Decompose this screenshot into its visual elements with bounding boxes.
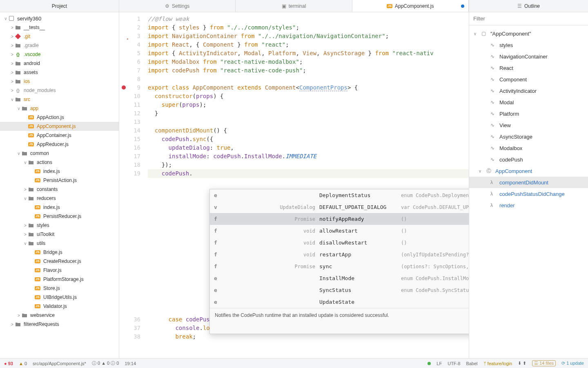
completion-item[interactable]: fvoiddisallowRestart() — [210, 237, 469, 249]
tree-item[interactable]: >.git — [0, 32, 119, 41]
completion-item[interactable]: fvoidallowRestart() — [210, 225, 469, 237]
tree-item[interactable]: >.gradle — [0, 41, 119, 50]
tree-item[interactable]: JSPersistReducer.js — [0, 212, 119, 221]
error-count[interactable]: ● 93 — [4, 361, 13, 366]
outline-symbol[interactable]: ∿Modal — [469, 96, 588, 108]
line-ending[interactable]: LF — [437, 361, 442, 366]
tree-item[interactable]: vreducers — [0, 194, 119, 203]
outline-sidebar: v▢"AppComponent"∿styles∿NavigationContai… — [469, 12, 588, 358]
status-bar: ● 93 ▲ 0 src/app/AppComponent.js* ⓘ 0 ▲ … — [0, 358, 588, 368]
update-count[interactable]: ⟳ 1 update — [561, 361, 584, 366]
tree-item[interactable]: >styles — [0, 221, 119, 230]
outline-method[interactable]: λrender — [469, 200, 588, 211]
outline-tab-label: Outline — [524, 3, 540, 9]
tree-item[interactable]: vcommon — [0, 149, 119, 158]
outline-filter-input[interactable] — [469, 12, 588, 25]
tab-appcomponent[interactable]: JS AppComponent.js — [352, 0, 469, 12]
line-number-gutter: 123▸45678910111213141516171819363738 — [119, 12, 148, 358]
tree-item[interactable]: vutils — [0, 239, 119, 248]
terminal-icon: ▣ — [282, 3, 286, 9]
warning-count[interactable]: ▲ 0 — [19, 361, 27, 366]
completion-item[interactable]: eInstallModeenum CodePush.InstallMode — [210, 272, 469, 284]
tree-item[interactable]: vsrc — [0, 95, 119, 104]
tree-item[interactable]: >uiToolkit — [0, 230, 119, 239]
language-mode[interactable]: Babel — [466, 361, 477, 366]
encoding[interactable]: UTF-8 — [448, 361, 460, 366]
outline-symbol[interactable]: ∿AsyncStorage — [469, 131, 588, 142]
tab-label: AppComponent.js — [395, 3, 434, 9]
tree-item[interactable]: JSindex.js — [0, 203, 119, 212]
completion-item[interactable]: vUpdateDialogDEFAULT_UPDATE_DIALOGvar Co… — [210, 201, 469, 213]
outline-symbol[interactable]: ∿codePush — [469, 154, 588, 165]
tab-terminal[interactable]: ▣ terminal — [236, 0, 352, 12]
git-sync-icon[interactable]: ⬇ ⬆ — [518, 361, 526, 366]
editor-area[interactable]: 123▸45678910111213141516171819363738 //@… — [119, 12, 469, 358]
tree-item[interactable]: JSindex.js — [0, 167, 119, 176]
outline-symbol[interactable]: ∿ActivityIndicator — [469, 85, 588, 96]
files-count[interactable]: ☰ 14 files — [532, 360, 556, 366]
status-dot-icon — [428, 362, 431, 365]
tab-label: terminal — [289, 3, 306, 9]
outline-method[interactable]: λcomponentDidMount — [469, 177, 588, 188]
tree-item[interactable]: vactions — [0, 158, 119, 167]
autocomplete-popup[interactable]: eDeploymentStatusenum CodePush.Deploymen… — [209, 189, 469, 334]
outline-class[interactable]: vⒸAppComponent — [469, 165, 588, 177]
tree-item[interactable]: >android — [0, 59, 119, 68]
tab-settings[interactable]: ⚙ Settings — [119, 0, 236, 12]
outline-symbol[interactable]: ∿View — [469, 119, 588, 131]
tree-item[interactable]: >{}node_modules — [0, 86, 119, 95]
project-panel-tab[interactable]: Project — [0, 0, 119, 12]
tree-item[interactable]: JSValidator.js — [0, 302, 119, 311]
tree-item[interactable]: JSFlavor.js — [0, 266, 119, 275]
outline-icon: ☰ — [517, 3, 522, 9]
issues-summary[interactable]: ⓘ 0 ▲ 0 ⓘ 0 — [92, 360, 119, 366]
outline-method[interactable]: λcodePushStatusDidChange — [469, 188, 588, 200]
completion-item[interactable]: eSyncStatusenum CodePush.SyncStatus — [210, 284, 469, 296]
tree-item[interactable]: >{}.vscode — [0, 50, 119, 59]
tree-item[interactable]: >__tests__ — [0, 23, 119, 32]
tree-item[interactable]: >ios — [0, 77, 119, 86]
tree-item[interactable]: JSPersistAction.js — [0, 176, 119, 185]
outline-symbol[interactable]: ∿styles — [469, 39, 588, 51]
project-root[interactable]: vservify360 — [0, 14, 119, 23]
outline-symbol[interactable]: ∿Platform — [469, 108, 588, 119]
tree-item[interactable]: JSAppReducer.js — [0, 140, 119, 149]
tree-item[interactable]: JSBridge.js — [0, 248, 119, 257]
tree-item[interactable]: >assets — [0, 68, 119, 77]
outline-panel-tab[interactable]: ☰ Outline — [469, 0, 588, 12]
completion-item[interactable]: fPromisenotifyAppReady() — [210, 213, 469, 225]
tree-item[interactable]: >constants — [0, 185, 119, 194]
tree-item[interactable]: JSPlatformStorage.js — [0, 275, 119, 284]
file-path[interactable]: src/app/AppComponent.js* — [33, 361, 86, 366]
outline-symbol[interactable]: ∿Modalbox — [469, 142, 588, 154]
completion-item[interactable]: fvoidrestartApp(onlyIfUpdateIsPending?: … — [210, 249, 469, 260]
tree-item[interactable]: >webservice — [0, 311, 119, 320]
tree-item[interactable]: JSAppComponent.js — [0, 122, 119, 131]
tree-item[interactable]: JSAppContainer.js — [0, 131, 119, 140]
gear-icon: ⚙ — [165, 3, 169, 9]
dirty-indicator — [461, 4, 464, 8]
completion-item[interactable]: fPromisesync(options?: SyncOptions, sync… — [210, 260, 469, 272]
outline-root[interactable]: v▢"AppComponent" — [469, 28, 588, 39]
tree-item[interactable]: >filteredRequests — [0, 320, 119, 329]
project-tree[interactable]: vservify360>__tests__>.git>.gradle>{}.vs… — [0, 12, 119, 330]
editor-tabs: ⚙ Settings ▣ terminal JS AppComponent.js — [119, 0, 469, 12]
project-sidebar: vservify360>__tests__>.git>.gradle>{}.vs… — [0, 12, 119, 358]
tree-item[interactable]: JSAppAction.js — [0, 113, 119, 122]
time: 19:14 — [125, 361, 136, 366]
js-file-icon: JS — [387, 4, 392, 8]
completion-doc: Notifies the CodePush runtime that an in… — [210, 308, 469, 322]
tree-item[interactable]: JSStore.js — [0, 284, 119, 293]
tree-item[interactable]: JSCreateReducer.js — [0, 257, 119, 266]
outline-symbol[interactable]: ∿Component — [469, 74, 588, 85]
outline-tree[interactable]: v▢"AppComponent"∿styles∿NavigationContai… — [469, 25, 588, 358]
tab-label: Settings — [172, 3, 189, 9]
outline-symbol[interactable]: ∿NavigationContainer — [469, 51, 588, 62]
tree-item[interactable]: vapp — [0, 104, 119, 113]
tree-item[interactable]: JSUIBridgeUtils.js — [0, 293, 119, 302]
git-branch[interactable]: ᛘ feature/login — [483, 361, 512, 366]
outline-symbol[interactable]: ∿React — [469, 62, 588, 74]
completion-item[interactable]: eDeploymentStatusenum CodePush.Deploymen… — [210, 189, 469, 201]
completion-item[interactable]: eUpdateState — [210, 296, 469, 308]
top-tab-bar: Project ⚙ Settings ▣ terminal JS AppComp… — [0, 0, 588, 12]
